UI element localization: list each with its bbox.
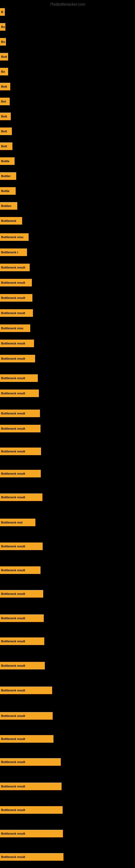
- bar-label-33: Bottleneck result: [0, 566, 41, 574]
- bar-row-23: Bottleneck result: [0, 355, 35, 362]
- bar-row-40: Bottleneck result: [0, 735, 53, 743]
- bar-label-24: Bottleneck result: [0, 374, 38, 382]
- bar-row-17: Bottleneck result: [0, 264, 30, 271]
- bar-row-5: Bott: [0, 83, 10, 90]
- bar-label-3: Bott: [0, 53, 8, 61]
- bar-label-15: Bottleneck resu: [0, 233, 29, 241]
- bar-row-16: Bottleneck r: [0, 248, 27, 256]
- bar-label-14: Bottleneck: [0, 217, 22, 225]
- bar-label-37: Bottleneck result: [0, 662, 45, 670]
- bar-label-44: Bottleneck result: [0, 830, 63, 837]
- bar-row-7: Bott: [0, 113, 11, 120]
- bar-label-10: Bottle: [0, 157, 14, 165]
- bar-label-5: Bott: [0, 83, 10, 90]
- bar-label-29: Bottleneck result: [0, 470, 41, 477]
- bar-row-18: Bottleneck result: [0, 279, 32, 286]
- bar-label-34: Bottleneck result: [0, 590, 43, 597]
- bar-label-26: Bottleneck result: [0, 410, 40, 417]
- bar-label-16: Bottleneck r: [0, 248, 27, 256]
- bar-row-2: Bo: [0, 38, 6, 45]
- bar-row-44: Bottleneck result: [0, 830, 63, 837]
- bar-label-36: Bottleneck result: [0, 638, 44, 645]
- bar-row-8: Bott: [0, 127, 12, 135]
- bar-row-11: Bottler: [0, 172, 16, 180]
- bar-row-10: Bottle: [0, 157, 14, 165]
- bar-label-43: Bottleneck result: [0, 806, 63, 814]
- bar-row-20: Bottleneck result: [0, 309, 33, 317]
- bar-label-21: Bottleneck resu: [0, 324, 30, 332]
- bar-label-19: Bottleneck result: [0, 294, 32, 302]
- bar-row-9: Bott: [0, 143, 12, 150]
- bar-row-25: Bottleneck result: [0, 390, 39, 397]
- bar-label-25: Bottleneck result: [0, 390, 39, 397]
- bar-label-27: Bottleneck result: [0, 425, 41, 432]
- bar-row-13: Bottlen: [0, 202, 17, 210]
- bar-row-32: Bottleneck result: [0, 542, 43, 550]
- bar-row-24: Bottleneck result: [0, 374, 38, 382]
- bar-row-4: Bo: [0, 68, 8, 75]
- bar-row-42: Bottleneck result: [0, 782, 61, 790]
- bar-label-20: Bottleneck result: [0, 309, 33, 317]
- bar-row-3: Bott: [0, 53, 8, 61]
- bar-label-38: Bottleneck result: [0, 686, 52, 694]
- bar-label-35: Bottleneck result: [0, 614, 44, 622]
- bar-row-22: Bottleneck result: [0, 340, 34, 347]
- bar-row-19: Bottleneck result: [0, 294, 32, 302]
- bar-label-41: Bottleneck result: [0, 758, 61, 766]
- bar-label-40: Bottleneck result: [0, 735, 53, 743]
- bar-row-34: Bottleneck result: [0, 590, 43, 597]
- bar-row-29: Bottleneck result: [0, 470, 41, 477]
- bar-label-0: B: [0, 8, 5, 16]
- bar-label-28: Bottleneck result: [0, 447, 41, 455]
- bar-row-26: Bottleneck result: [0, 410, 40, 417]
- bar-row-6: Bot: [0, 98, 10, 105]
- bar-label-12: Bottle: [0, 187, 16, 195]
- bar-label-8: Bott: [0, 127, 12, 135]
- site-title: TheBottlenecker.com: [50, 2, 85, 6]
- bar-label-42: Bottleneck result: [0, 782, 61, 790]
- bar-row-21: Bottleneck resu: [0, 324, 30, 332]
- bar-label-1: Bo: [0, 23, 5, 31]
- bar-row-43: Bottleneck result: [0, 806, 63, 814]
- bar-row-0: B: [0, 8, 5, 16]
- bar-row-45: Bottleneck result: [0, 853, 63, 861]
- bar-label-17: Bottleneck result: [0, 264, 30, 271]
- bar-label-11: Bottler: [0, 172, 16, 180]
- bar-label-6: Bot: [0, 98, 10, 105]
- bar-row-31: Bottleneck rest: [0, 519, 35, 526]
- bar-label-23: Bottleneck result: [0, 355, 35, 362]
- bar-row-38: Bottleneck result: [0, 686, 52, 694]
- bar-label-39: Bottleneck result: [0, 712, 53, 720]
- bar-row-28: Bottleneck result: [0, 447, 41, 455]
- bar-label-32: Bottleneck result: [0, 542, 43, 550]
- bar-row-30: Bottleneck result: [0, 493, 42, 501]
- bar-label-7: Bott: [0, 113, 11, 120]
- bar-label-2: Bo: [0, 38, 6, 45]
- bar-label-45: Bottleneck result: [0, 853, 63, 861]
- bar-row-27: Bottleneck result: [0, 425, 41, 432]
- bar-row-41: Bottleneck result: [0, 758, 61, 766]
- bar-label-30: Bottleneck result: [0, 493, 42, 501]
- bar-row-33: Bottleneck result: [0, 566, 41, 574]
- bar-row-37: Bottleneck result: [0, 662, 45, 670]
- bar-label-18: Bottleneck result: [0, 279, 32, 286]
- bar-label-31: Bottleneck rest: [0, 519, 35, 526]
- bar-row-39: Bottleneck result: [0, 712, 53, 720]
- bar-label-4: Bo: [0, 68, 8, 75]
- bar-row-14: Bottleneck: [0, 217, 22, 225]
- bar-row-1: Bo: [0, 23, 5, 31]
- bar-label-22: Bottleneck result: [0, 340, 34, 347]
- bar-row-12: Bottle: [0, 187, 16, 195]
- bar-row-15: Bottleneck resu: [0, 233, 29, 241]
- bar-label-13: Bottlen: [0, 202, 17, 210]
- bar-label-9: Bott: [0, 143, 12, 150]
- bar-row-35: Bottleneck result: [0, 614, 44, 622]
- bar-row-36: Bottleneck result: [0, 638, 44, 645]
